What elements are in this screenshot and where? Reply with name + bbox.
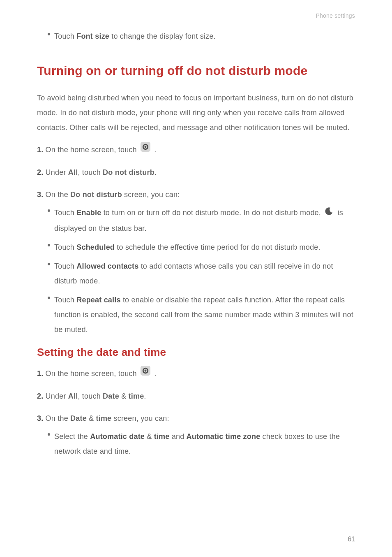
step-3: 3. On the Do not disturb screen, you can…: [37, 187, 355, 202]
step2-1: 1. On the home screen, touch .: [37, 366, 355, 381]
bold-text: Allowed contacts: [76, 262, 138, 270]
bold-text: Automatic date: [90, 432, 145, 441]
bullet-text: Touch Enable to turn on or turn off do n…: [54, 205, 355, 235]
bullet-text: Touch Allowed contacts to add contacts w…: [54, 259, 355, 288]
header-section-label: Phone settings: [37, 12, 355, 19]
text: On the home screen, touch: [43, 146, 139, 154]
bold-text: Do not disturb: [70, 190, 122, 199]
heading-dnd: Turning on or turning off do not disturb…: [37, 58, 355, 83]
text: Touch: [54, 296, 76, 304]
text: screen, you can:: [122, 190, 180, 199]
text: , touch: [78, 392, 103, 400]
text: .: [154, 168, 157, 176]
settings-icon: [141, 142, 150, 157]
heading-date-time: Setting the date and time: [37, 346, 355, 359]
text: On the: [43, 190, 70, 199]
text: , touch: [78, 168, 103, 176]
text: &: [119, 392, 129, 400]
paragraph-dnd-intro: To avoid being disturbed when you need t…: [37, 91, 355, 135]
bold-text: Font size: [76, 32, 109, 40]
bullet-dot-icon: [48, 209, 50, 212]
bold-text: Scheduled: [76, 243, 115, 251]
bold-text: Automatic time zone: [187, 432, 261, 441]
text: Touch: [54, 32, 76, 40]
bullet-enable: Touch Enable to turn on or turn off do n…: [48, 205, 355, 235]
text: screen, you can:: [111, 414, 169, 422]
text: and: [170, 432, 187, 441]
bullet-dot-icon: [48, 33, 50, 35]
step2-3: 3. On the Date & time screen, you can:: [37, 411, 355, 426]
bold-text: Do not disturb: [103, 168, 154, 176]
text: .: [154, 146, 156, 154]
step-number: 3.: [37, 414, 43, 422]
bold-text: time: [154, 432, 170, 441]
text: .: [154, 369, 156, 378]
text: &: [87, 414, 96, 422]
bold-text: All: [68, 392, 78, 400]
bullet-repeat-calls: Touch Repeat calls to enable or disable …: [48, 292, 355, 337]
text: Select the: [54, 432, 90, 441]
bullet-text: Touch Scheduled to schedule the effectiv…: [54, 240, 321, 255]
bullet-text: Select the Automatic date & time and Aut…: [54, 429, 355, 459]
settings-icon: [141, 366, 150, 381]
step-2: 2. Under All, touch Do not disturb.: [37, 165, 355, 180]
step-number: 2.: [37, 392, 43, 400]
bullet-automatic-date: Select the Automatic date & time and Aut…: [48, 429, 355, 459]
bullet-allowed-contacts: Touch Allowed contacts to add contacts w…: [48, 259, 355, 288]
text: On the: [43, 414, 70, 422]
moon-icon: [325, 206, 334, 220]
step-1: 1. On the home screen, touch .: [37, 142, 355, 158]
step-number: 1.: [37, 369, 43, 378]
text: Under: [43, 392, 68, 400]
text: Under: [43, 168, 68, 176]
text: to schedule the effective time period fo…: [115, 243, 321, 251]
bold-text: Repeat calls: [76, 296, 120, 304]
svg-point-7: [145, 369, 147, 371]
bullet-dot-icon: [48, 433, 50, 436]
bold-text: time: [129, 392, 144, 400]
step-number: 1.: [37, 146, 43, 154]
bullet-dot-icon: [48, 297, 50, 299]
bullet-dot-icon: [48, 244, 50, 246]
bullet-dot-icon: [48, 263, 50, 265]
text: to change the display font size.: [109, 32, 216, 40]
step2-2: 2. Under All, touch Date & time.: [37, 389, 355, 404]
text: to turn on or turn off do not disturb mo…: [101, 209, 323, 217]
bullet-font-size: Touch Font size to change the display fo…: [48, 29, 355, 44]
bullet-text: Touch Font size to change the display fo…: [54, 29, 216, 44]
text: &: [145, 432, 154, 441]
bullet-scheduled: Touch Scheduled to schedule the effectiv…: [48, 240, 355, 255]
step-number: 2.: [37, 168, 43, 176]
bold-text: Date: [103, 392, 119, 400]
text: Touch: [54, 209, 76, 217]
text: .: [144, 392, 146, 400]
step-number: 3.: [37, 190, 43, 199]
text: Touch: [54, 262, 76, 270]
svg-point-3: [145, 146, 147, 148]
page-number: 61: [348, 536, 355, 543]
text: Touch: [54, 243, 76, 251]
bullet-text: Touch Repeat calls to enable or disable …: [54, 292, 355, 337]
page: Phone settings Touch Font size to change…: [0, 0, 392, 557]
bold-text: All: [68, 168, 78, 176]
bold-text: Enable: [76, 209, 101, 217]
bold-text: time: [96, 414, 112, 422]
text: On the home screen, touch: [43, 369, 139, 378]
bold-text: Date: [70, 414, 87, 422]
